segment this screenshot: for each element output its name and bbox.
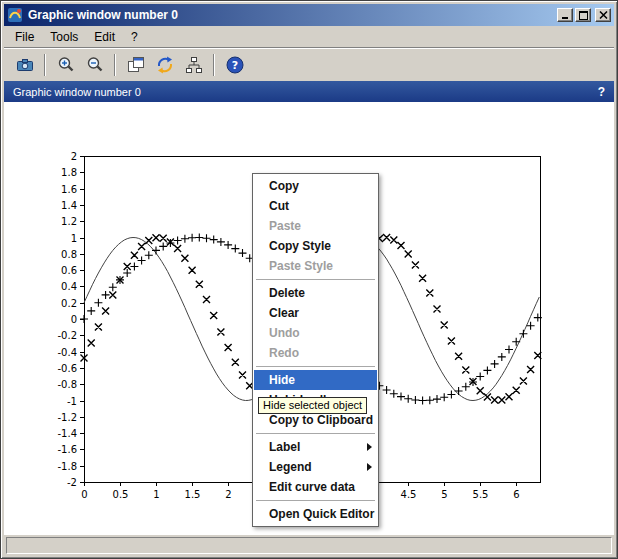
zoom-in-icon [56,55,76,75]
y-tick-label: 1.8 [61,167,77,178]
y-tick-label: 1.2 [61,216,77,227]
x-tick-label: 0.5 [113,489,129,500]
y-tick-label: -1.6 [57,444,77,455]
maximize-icon [579,11,588,20]
y-tick-label: -1.2 [57,412,77,423]
status-field [6,537,612,554]
x-tick-label: 6 [513,489,519,500]
statusbar [4,535,614,555]
menu-item-clear[interactable]: Clear [254,303,377,323]
menu-item-open-quick-editor[interactable]: Open Quick Editor [254,504,377,524]
menu-item-label[interactable]: Label [254,437,377,457]
menu-item-cut[interactable]: Cut [254,196,377,216]
menu-item-legend[interactable]: Legend [254,457,377,477]
minimize-icon [561,11,570,20]
dock-title: Graphic window number 0 [13,86,598,98]
dock-help-button[interactable]: ? [598,85,605,99]
menubar-item-edit[interactable]: Edit [86,28,123,46]
toolbar-button-zoom-in[interactable] [52,51,79,78]
x-tick-label: 2 [225,489,231,500]
y-tick-label: -2 [67,477,77,488]
y-tick-label: 2 [71,151,77,162]
y-tick-label: 1.4 [61,200,77,211]
tooltip: Hide selected object [258,397,367,414]
app-icon[interactable] [7,7,23,23]
toolbar-button-zoom-out[interactable] [81,51,108,78]
menu-item-undo: Undo [254,323,377,343]
context-menu: Copy Cut Paste Copy Style Paste Style De… [252,173,379,527]
y-tick-label: -0.6 [57,363,77,374]
menu-item-paste: Paste [254,216,377,236]
menu-item-copy-style[interactable]: Copy Style [254,236,377,256]
y-tick-label: 1.6 [61,184,77,195]
menu-item-copy[interactable]: Copy [254,176,377,196]
toolbar-separator [44,54,46,76]
y-tick-label: -0.4 [57,347,77,358]
y-tick-label: 0 [71,314,77,325]
dock-header: Graphic window number 0 ? [4,81,614,102]
y-tick-label: 0.8 [61,249,77,260]
submenu-arrow-icon [367,443,372,451]
ged-icon [184,55,204,75]
minimize-button[interactable] [557,8,573,22]
y-tick-label: 0.4 [61,281,77,292]
submenu-arrow-icon [367,463,372,471]
titlebar[interactable]: Graphic window number 0 [4,4,614,26]
zoom-out-icon [85,55,105,75]
y-tick-label: -1.8 [57,461,77,472]
menu-separator [256,279,375,280]
y-tick-label: -0.8 [57,379,77,390]
x-tick-label: 5.5 [473,489,489,500]
menu-item-delete[interactable]: Delete [254,283,377,303]
x-tick-label: 4.5 [401,489,417,500]
y-tick-label: 0.6 [61,265,77,276]
menubar: File Tools Edit ? [4,26,614,47]
svg-text:?: ? [231,59,237,72]
toolbar-separator [114,54,116,76]
close-icon [599,11,608,19]
menubar-item-tools[interactable]: Tools [42,28,86,46]
x-tick-label: 1.5 [185,489,201,500]
toolbar-button-rotate-axes[interactable] [151,51,178,78]
toolbar-button-copy-figure[interactable] [122,51,149,78]
toolbar-separator [213,54,215,76]
menu-separator [256,433,375,434]
menu-separator [256,500,375,501]
x-tick-label: 0 [81,489,87,500]
menu-item-paste-style: Paste Style [254,256,377,276]
toolbar: ? [4,47,614,81]
plot-canvas[interactable]: 00.511.522.533.544.555.5621.81.61.41.210… [4,102,614,535]
copy-figure-icon [126,55,146,75]
help-icon: ? [225,55,245,75]
x-tick-label: 1 [153,489,159,500]
close-button[interactable] [595,8,611,22]
menubar-item-file[interactable]: File [7,28,42,46]
app-window: Graphic window number 0 File Tools Edit … [0,0,618,559]
rotate-axes-icon [155,55,175,75]
y-tick-label: 0.2 [61,298,77,309]
menu-item-hide[interactable]: Hide [254,370,377,390]
toolbar-button-help[interactable]: ? [221,51,248,78]
menu-separator [256,366,375,367]
menu-item-redo: Redo [254,343,377,363]
toolbar-button-export[interactable] [11,51,38,78]
x-tick-label: 5 [441,489,447,500]
maximize-button[interactable] [575,8,591,22]
y-tick-label: -1 [67,396,77,407]
menubar-item-help[interactable]: ? [123,28,146,46]
window-title: Graphic window number 0 [28,8,555,22]
export-icon [15,55,35,75]
y-tick-label: 1 [71,233,77,244]
y-tick-label: -1.4 [57,428,77,439]
toolbar-button-graphics-editor[interactable] [180,51,207,78]
y-tick-label: -0.2 [57,330,77,341]
menu-item-edit-curve-data[interactable]: Edit curve data [254,477,377,497]
